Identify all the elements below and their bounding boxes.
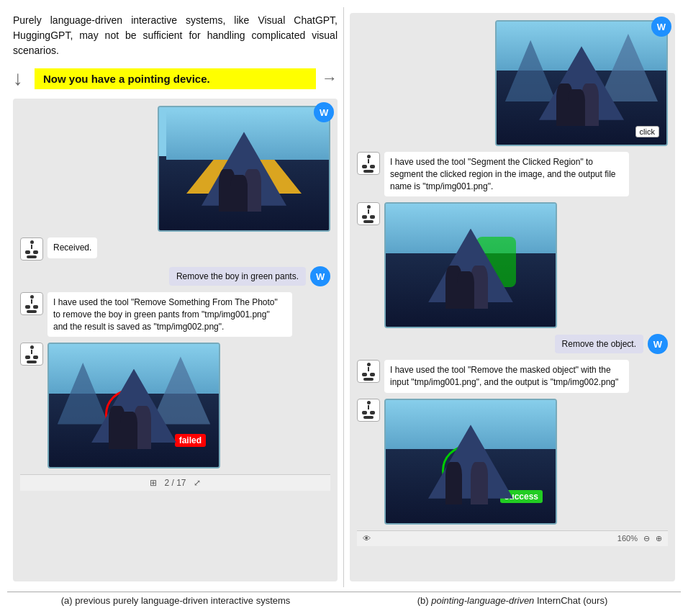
received-bubble: Received. [47, 237, 97, 258]
left-chat-image [158, 106, 330, 232]
bot-icon-2 [20, 292, 43, 315]
toolbar-zoom-area: 160% ⊖ ⊕ [617, 534, 662, 543]
toolbar-left-icons: 👁 [363, 534, 371, 543]
bot-eye-right-2 [33, 305, 38, 309]
toolbar-icon-grid[interactable]: ⊞ [150, 478, 157, 488]
intro-text: Purely language-driven interactive syste… [13, 13, 338, 58]
failed-badge: failed [175, 434, 206, 447]
bot-r2-dot [367, 205, 371, 209]
bot-antenna-dot-3 [30, 345, 34, 349]
bot-mouth-3 [27, 361, 37, 363]
segmented-image [384, 202, 557, 328]
arrow-right-icon: → [322, 69, 338, 88]
right-user-image-row: click W [357, 20, 668, 146]
bot-eye-left-3 [25, 355, 30, 359]
bot-r4-eye-r [370, 411, 375, 415]
segment-bubble: I have used the tool "Segment the Clicke… [384, 152, 629, 196]
bot-eye-right [33, 250, 38, 254]
bot-icon-3 [20, 343, 43, 366]
bot-r1-dot [367, 155, 371, 158]
arrow-down-icon: ↓ [13, 67, 23, 90]
remove-bubble: I have used the tool "Remove the masked … [384, 360, 629, 393]
caption-right: (b) pointing-language-driven InternChat … [344, 592, 681, 609]
result-image-right [384, 399, 557, 525]
bot-icon-r4 [357, 399, 380, 422]
middle-row: ↓ Now you have a pointing device. → [13, 67, 338, 90]
anime-image-left [159, 107, 329, 230]
bot-r2-antenna [368, 209, 369, 214]
left-chat-area: W Received. [13, 99, 338, 581]
main-container: Purely language-driven interactive syste… [0, 0, 688, 616]
bot-antenna-2 [31, 299, 32, 304]
bot-seg-img-row [357, 202, 668, 328]
avatar-w-left: W [314, 102, 334, 122]
bot-antenna-3 [31, 350, 32, 354]
anime-segmented [386, 204, 556, 327]
zoom-minus-icon[interactable]: ⊖ [643, 534, 650, 543]
anime-result-right [386, 400, 556, 523]
bot-icon-r2 [357, 202, 380, 225]
left-chat-toolbar[interactable]: ⊞ 2 / 17 ⤢ [20, 474, 330, 491]
result-image-row: failed [20, 343, 330, 468]
top-section: Purely language-driven interactive syste… [7, 7, 681, 587]
bot-antenna-dot-2 [30, 295, 34, 299]
bot-r3-dot [367, 363, 371, 366]
bot-r3-antenna [368, 367, 369, 371]
bot-icon-r3 [357, 360, 380, 383]
left-panel: Purely language-driven interactive syste… [7, 7, 344, 587]
caption-right-prefix: (b) [417, 595, 432, 606]
avatar-w-right: W [651, 17, 671, 37]
user-msg-row-1: Remove the boy in green pants. W [20, 266, 330, 286]
bot-r1-eye-l [362, 165, 367, 168]
bot-eye-right-3 [33, 355, 38, 359]
caption-right-suffix: InternChat (ours) [534, 595, 607, 606]
avatar-w-msg: W [310, 266, 330, 286]
bot-antenna [31, 245, 32, 249]
right-panel: click W I [344, 7, 681, 587]
bot-eyes [25, 250, 38, 254]
left-user-image-row: W [20, 106, 330, 232]
toolbar-page: 2 / 17 [164, 478, 186, 488]
bot-r3-eye-r [370, 373, 375, 376]
result-image-container: failed [47, 343, 220, 468]
user-bubble-1: Remove the boy in green pants. [169, 267, 306, 286]
bot-r4-eyes [362, 411, 375, 415]
bot-r2-eye-l [362, 215, 367, 219]
success-image-container: success [384, 399, 557, 525]
bot-r3-mouth [363, 378, 374, 381]
bot-tool-row: I have used the tool "Remove Something F… [20, 292, 330, 337]
right-chat-image: click [495, 20, 668, 146]
bot-mouth-2 [27, 310, 37, 313]
bot-r2-eyes [362, 215, 375, 219]
click-label: click [635, 126, 659, 137]
bot-r1-mouth [363, 170, 374, 173]
user-bubble-right: Remove the object. [555, 335, 643, 353]
bot-r3-eye-l [362, 373, 367, 376]
bot-eyes-3 [25, 355, 38, 359]
bot-segment-row: I have used the tool "Segment the Clicke… [357, 152, 668, 196]
eye-icon[interactable]: 👁 [363, 534, 371, 543]
bot-r4-mouth [363, 416, 374, 419]
user-msg-row-right: Remove the object. W [357, 334, 668, 354]
bot-antenna-dot [30, 240, 34, 244]
bot-r4-antenna [368, 405, 369, 409]
avatar-w-right-msg: W [648, 334, 668, 354]
bot-r4-eye-l [362, 411, 367, 415]
bot-r2-mouth [363, 220, 374, 223]
highlight-box: Now you have a pointing device. [35, 68, 316, 89]
right-chat-toolbar[interactable]: 👁 160% ⊖ ⊕ [357, 530, 668, 546]
bot-r1-eye-r [370, 165, 375, 168]
bot-eyes-2 [25, 305, 38, 309]
captions-container: (a) previous purely language-driven inte… [7, 592, 681, 609]
bot-r3-eyes [362, 373, 375, 376]
bot-success-img-row: success [357, 399, 668, 525]
result-image-left [47, 343, 220, 468]
bot-mouth [27, 255, 37, 258]
bot-received-row: Received. [20, 237, 330, 261]
bot-eye-left [25, 250, 30, 254]
toolbar-icon-expand[interactable]: ⤢ [194, 478, 201, 488]
zoom-label: 160% [617, 534, 638, 543]
seg-image-wrapper [384, 202, 557, 328]
bot-eye-left-2 [25, 305, 30, 309]
zoom-plus-icon[interactable]: ⊕ [656, 534, 662, 543]
